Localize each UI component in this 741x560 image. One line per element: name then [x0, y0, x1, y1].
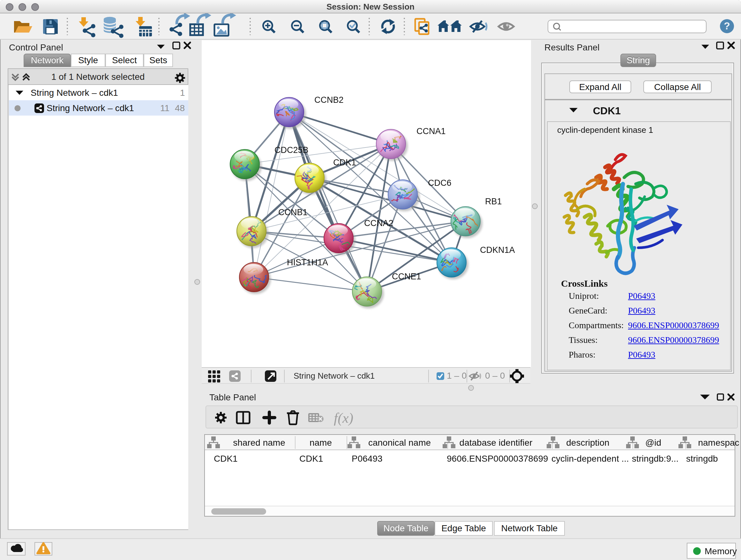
svg-text:CDKN1A: CDKN1A [480, 245, 515, 255]
svg-text:CDC6: CDC6 [428, 178, 452, 188]
svg-text:CCNE1: CCNE1 [392, 272, 421, 281]
svg-text:RB1: RB1 [485, 197, 502, 206]
svg-text:CCNA1: CCNA1 [416, 126, 446, 136]
svg-text:CDK1: CDK1 [333, 158, 356, 167]
svg-text:CCNA2: CCNA2 [364, 219, 394, 228]
svg-text:HIST1H1A: HIST1H1A [287, 258, 328, 267]
svg-text:f(x): f(x) [334, 410, 353, 426]
svg-text:CCNB1: CCNB1 [278, 207, 308, 217]
svg-text:CCNB2: CCNB2 [314, 95, 344, 105]
svg-text:CDC25B: CDC25B [274, 145, 309, 155]
